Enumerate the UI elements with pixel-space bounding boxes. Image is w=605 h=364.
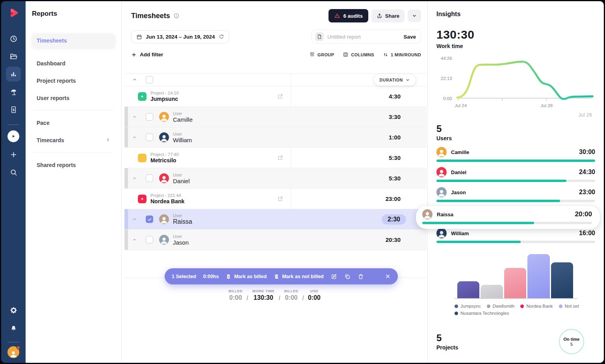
row-checkbox[interactable] bbox=[146, 175, 153, 182]
bar-nusantara[interactable] bbox=[551, 262, 573, 298]
mark-billed-button[interactable]: $ Mark as billed bbox=[226, 274, 267, 279]
avatar bbox=[436, 187, 447, 197]
main-content: Timesheets 6 audits Share Jun 13, 2024 –… bbox=[122, 1, 428, 363]
work-time-line-chart: 44:26 22:13 0:00 Jul 24 Jul 28 Jul 26 bbox=[436, 55, 595, 118]
info-icon[interactable] bbox=[173, 13, 180, 19]
columns-button[interactable]: COLUMNS bbox=[343, 52, 374, 58]
external-link-icon[interactable] bbox=[277, 93, 283, 99]
sidebar-item-timecards[interactable]: Timecards bbox=[32, 133, 115, 147]
add-filter-button[interactable]: Add filter bbox=[131, 52, 163, 58]
group-button[interactable]: GROUP bbox=[309, 52, 334, 58]
invoices-icon[interactable]: $ bbox=[6, 102, 21, 117]
project-color-icon bbox=[138, 92, 147, 101]
table-row[interactable]: UserCamille 3:30 bbox=[124, 107, 427, 127]
user-stat-row[interactable]: Camille30:00 bbox=[436, 147, 595, 162]
sidebar-title: Reports bbox=[32, 10, 115, 18]
columns-icon bbox=[343, 52, 349, 58]
user-stat-row[interactable]: William16:00 bbox=[436, 228, 595, 243]
plus-icon bbox=[131, 52, 137, 58]
duplicate-icon[interactable] bbox=[344, 273, 351, 280]
avatar bbox=[159, 132, 169, 142]
table-row[interactable]: UserDaniel 5:30 bbox=[124, 168, 427, 189]
row-checkbox[interactable] bbox=[146, 134, 153, 141]
collapse-all-icon[interactable] bbox=[132, 76, 137, 84]
sidebar-item-dashboard[interactable]: Dashboard bbox=[32, 56, 115, 71]
close-icon[interactable] bbox=[385, 273, 391, 279]
reports-sidebar: Reports Timesheets Dashboard Project rep… bbox=[26, 1, 122, 363]
profile-avatar[interactable] bbox=[7, 346, 19, 358]
table-row[interactable]: Project - 77:40Metricsilo 5:30 bbox=[124, 148, 427, 168]
rail-divider bbox=[7, 342, 19, 342]
svg-text:0:00: 0:00 bbox=[443, 96, 452, 101]
report-name-input[interactable] bbox=[327, 34, 403, 40]
chart-legend: Jumpsync Dwellsmith Nordea Bank Not set … bbox=[455, 304, 585, 316]
app-logo-icon[interactable] bbox=[7, 7, 20, 20]
avatar bbox=[159, 214, 169, 224]
avatar bbox=[159, 173, 169, 183]
duration-column-header[interactable]: DURATION bbox=[374, 74, 416, 85]
external-link-icon[interactable] bbox=[277, 155, 283, 161]
legend-item: Jumpsync bbox=[455, 304, 481, 308]
row-checkbox[interactable] bbox=[146, 113, 153, 121]
external-link-icon[interactable] bbox=[277, 196, 283, 202]
chart-annotation: Jul 26 bbox=[436, 112, 592, 118]
projects-icon[interactable] bbox=[6, 49, 21, 64]
user-stat-row[interactable]: Jason23:00 bbox=[436, 187, 595, 202]
collapse-row-icon[interactable] bbox=[132, 216, 137, 223]
bar-jumpsync[interactable] bbox=[457, 281, 479, 298]
select-all-checkbox[interactable] bbox=[146, 76, 153, 84]
time-tracking-icon[interactable] bbox=[6, 31, 21, 46]
table-row-selected[interactable]: UserRaissa 2:30 bbox=[124, 209, 427, 230]
work-time-total: 130:30 bbox=[436, 28, 595, 41]
bar-nordea-bank[interactable] bbox=[504, 268, 526, 298]
table-row[interactable]: Project - 14:10Jumpsunc 4:30 bbox=[124, 86, 427, 107]
sidebar-item-timesheets[interactable]: Timesheets bbox=[32, 33, 115, 48]
add-icon[interactable] bbox=[6, 147, 21, 162]
rounding-button[interactable]: 1 MIN/ROUND bbox=[383, 52, 421, 58]
bar-dwellsmith[interactable] bbox=[481, 285, 503, 298]
mark-not-billed-button[interactable]: Mark as not billed bbox=[274, 274, 324, 279]
avatar bbox=[159, 235, 169, 245]
collapse-row-icon[interactable] bbox=[132, 113, 137, 121]
row-checkbox-checked[interactable] bbox=[146, 215, 153, 223]
bar-not-set[interactable] bbox=[527, 254, 549, 298]
sidebar-item-pace[interactable]: Pace bbox=[32, 116, 115, 130]
user-stat-row[interactable]: Daniel24:30 bbox=[436, 167, 595, 182]
search-icon[interactable] bbox=[6, 165, 21, 180]
save-button[interactable]: Save bbox=[403, 34, 416, 40]
sidebar-item-shared-reports[interactable]: Shared reports bbox=[32, 158, 115, 172]
table-row[interactable]: UserJason 20:30 bbox=[124, 230, 427, 250]
collapse-row-icon[interactable] bbox=[132, 175, 137, 182]
sidebar-item-user-reports[interactable]: User reports bbox=[32, 91, 115, 105]
user-stat-row-highlighted[interactable]: Raissa20:00 bbox=[416, 206, 600, 229]
share-menu-button[interactable] bbox=[408, 9, 421, 22]
audits-button[interactable]: 6 audits bbox=[328, 9, 368, 22]
legend-item: Dwellsmith bbox=[487, 304, 515, 308]
date-range-picker[interactable]: Jun 13, 2024 – Jun 19, 2024 bbox=[131, 30, 229, 43]
warning-icon bbox=[334, 13, 340, 19]
delete-trash-icon[interactable] bbox=[358, 273, 364, 280]
group-icon bbox=[309, 52, 315, 58]
sidebar-item-project-reports[interactable]: Project reports bbox=[32, 74, 115, 88]
time-off-icon[interactable] bbox=[6, 84, 21, 99]
bar-chart-baseline bbox=[455, 298, 577, 299]
svg-text:$: $ bbox=[13, 108, 15, 111]
svg-text:Jul 24: Jul 24 bbox=[455, 103, 467, 108]
share-button[interactable]: Share bbox=[371, 9, 405, 22]
reports-icon[interactable] bbox=[6, 67, 21, 82]
settings-gear-icon[interactable] bbox=[6, 303, 21, 318]
collapse-row-icon[interactable] bbox=[132, 134, 137, 141]
project-color-icon bbox=[138, 195, 147, 203]
totals-summary: BILLED0:00 / WORK TIME130:30 / BILLED0:0… bbox=[122, 289, 427, 302]
table-row[interactable]: UserWilliam 1:00 bbox=[124, 127, 427, 148]
selected-count: 1 Selected bbox=[172, 274, 196, 279]
edit-icon[interactable] bbox=[331, 273, 337, 280]
row-checkbox[interactable] bbox=[146, 236, 153, 243]
table-row[interactable]: Project - 221:44Nordea Bank 23:00 bbox=[124, 189, 427, 209]
notifications-bell-icon[interactable] bbox=[6, 320, 21, 335]
refresh-icon[interactable] bbox=[219, 34, 224, 39]
svg-text:44:26: 44:26 bbox=[441, 56, 452, 61]
collapse-row-icon[interactable] bbox=[132, 236, 137, 243]
start-timer-button[interactable] bbox=[7, 130, 19, 142]
share-icon bbox=[377, 13, 382, 19]
